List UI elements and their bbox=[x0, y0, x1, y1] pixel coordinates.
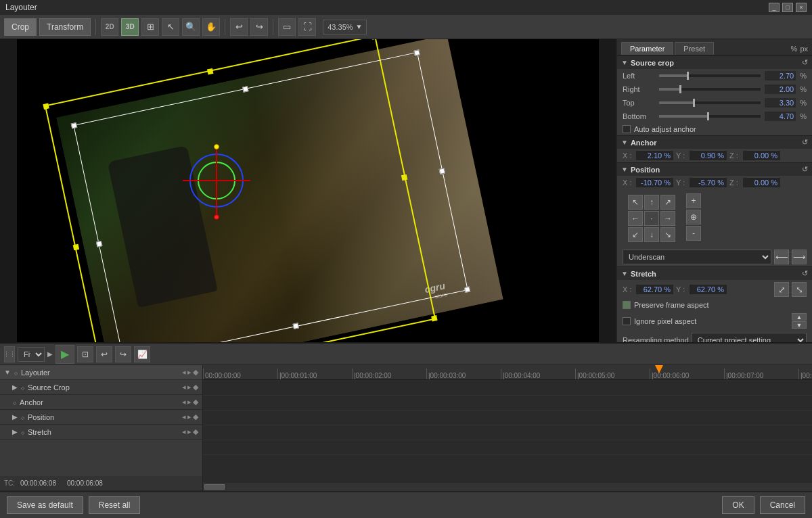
prev-frame-button[interactable]: ↩ bbox=[96, 346, 112, 362]
stretch-nav-key[interactable]: ◆ bbox=[193, 427, 198, 436]
dir-down[interactable]: ↓ bbox=[644, 227, 659, 242]
next-frame-button[interactable]: ↪ bbox=[115, 346, 131, 362]
stretch-expand-btn[interactable]: ⤢ bbox=[774, 282, 789, 297]
crop-tab[interactable]: Crop bbox=[4, 18, 37, 36]
title-bar-controls[interactable]: _ □ × bbox=[769, 3, 807, 12]
position-z-value[interactable]: 0.00 % bbox=[743, 178, 780, 187]
redo-button[interactable]: ↪ bbox=[250, 18, 268, 36]
close-button[interactable]: × bbox=[796, 3, 807, 12]
anchor-z-value[interactable]: 0.00 % bbox=[743, 151, 780, 160]
stretch-reset[interactable]: ↺ bbox=[802, 269, 808, 278]
left-value[interactable]: 2.70 bbox=[765, 71, 796, 80]
pixel-down-btn[interactable]: ▼ bbox=[792, 321, 807, 329]
fullscreen-button[interactable]: ⛶ bbox=[298, 18, 316, 36]
underscan-dropdown[interactable]: Underscan Overscan None bbox=[623, 250, 771, 264]
dir-left[interactable]: ← bbox=[628, 211, 643, 226]
cancel-button[interactable]: Cancel bbox=[760, 496, 805, 514]
parameter-tab[interactable]: Parameter bbox=[621, 42, 673, 55]
save-default-button[interactable]: Save as default bbox=[7, 496, 83, 514]
anchor-nav-key[interactable]: ◆ bbox=[193, 398, 198, 406]
position-nav-key[interactable]: ◆ bbox=[193, 413, 198, 421]
sourcecrop-nav-key[interactable]: ◆ bbox=[193, 383, 198, 392]
anchor-y-value[interactable]: 0.90 % bbox=[690, 151, 727, 160]
resampling-dropdown[interactable]: Current project setting bbox=[692, 333, 807, 342]
zoom-in-btn[interactable]: + bbox=[686, 193, 701, 208]
maximize-button[interactable]: □ bbox=[782, 3, 793, 12]
reset-all-button[interactable]: Reset all bbox=[89, 496, 141, 514]
position-expand[interactable]: ▶ bbox=[12, 413, 18, 421]
right-value[interactable]: 2.00 bbox=[765, 85, 796, 94]
position-reset[interactable]: ↺ bbox=[802, 165, 808, 174]
fit-arrow[interactable]: ▶ bbox=[47, 350, 53, 358]
layouter-nav-key[interactable]: ◆ bbox=[193, 368, 198, 377]
stretch-y-value[interactable]: 62.70 % bbox=[690, 285, 727, 294]
frame-button[interactable]: ▭ bbox=[278, 18, 296, 36]
dir-up[interactable]: ↑ bbox=[644, 195, 659, 210]
zoom-level[interactable]: 43.35% ▼ bbox=[323, 20, 367, 34]
3d-button[interactable]: 3D bbox=[121, 18, 139, 36]
minimize-button[interactable]: _ bbox=[769, 3, 780, 12]
source-crop-header[interactable]: ▼ Source crop ↺ bbox=[617, 55, 812, 69]
sourcecrop-nav-prev[interactable]: ◂ bbox=[182, 383, 186, 392]
fit-dropdown[interactable]: Fit bbox=[18, 347, 45, 362]
ok-button[interactable]: OK bbox=[722, 496, 754, 514]
anchor-nav-next[interactable]: ▸ bbox=[187, 398, 191, 406]
anchor-reset[interactable]: ↺ bbox=[802, 138, 808, 147]
stretch-collapse-btn[interactable]: ⤡ bbox=[792, 282, 807, 297]
top-slider[interactable] bbox=[659, 101, 761, 104]
stretch-nav-next[interactable]: ▸ bbox=[187, 427, 191, 436]
preserve-frame-checkbox[interactable] bbox=[623, 301, 631, 309]
auto-adjust-checkbox[interactable] bbox=[623, 125, 631, 133]
position-nav-prev[interactable]: ◂ bbox=[182, 413, 186, 421]
anchor-nav-prev[interactable]: ◂ bbox=[182, 398, 186, 406]
zoom-mid-btn[interactable]: ⊕ bbox=[686, 210, 701, 225]
scrollbar-thumb[interactable] bbox=[204, 484, 225, 490]
position-nav-next[interactable]: ▸ bbox=[187, 413, 191, 421]
transform-tab[interactable]: Transform bbox=[39, 18, 91, 36]
canvas-area[interactable]: cgru store bbox=[0, 39, 616, 342]
timeline-handle[interactable]: ⋮⋮ bbox=[4, 346, 15, 362]
bottom-slider[interactable] bbox=[659, 115, 761, 118]
underscan-btn1[interactable]: ⟵ bbox=[774, 250, 789, 264]
loop-button[interactable]: ⊡ bbox=[77, 346, 93, 362]
timeline-tracks[interactable]: 00:00:00:00 |00:00:01:00 |00:00:02:00 |0… bbox=[203, 365, 812, 491]
sourcecrop-expand[interactable]: ▶ bbox=[12, 383, 18, 391]
dir-bottomright[interactable]: ↘ bbox=[660, 227, 675, 242]
play-button[interactable]: ▶ bbox=[55, 345, 74, 364]
dir-topright[interactable]: ↗ bbox=[660, 195, 675, 210]
right-slider[interactable] bbox=[659, 88, 761, 91]
layouter-expand[interactable]: ▼ bbox=[4, 369, 11, 376]
dir-center[interactable]: · bbox=[644, 211, 659, 226]
select-tool[interactable]: ↖ bbox=[162, 18, 179, 36]
stretch-x-value[interactable]: 62.70 % bbox=[636, 285, 673, 294]
sourcecrop-nav-next[interactable]: ▸ bbox=[187, 383, 191, 392]
anchor-x-value[interactable]: 2.10 % bbox=[636, 151, 673, 160]
dir-bottomleft[interactable]: ↙ bbox=[628, 227, 643, 242]
position-y-value[interactable]: -5.70 % bbox=[690, 178, 727, 187]
position-header[interactable]: ▼ Position ↺ bbox=[617, 162, 812, 176]
stretch-expand[interactable]: ▶ bbox=[12, 428, 18, 435]
layouter-nav-next[interactable]: ▸ bbox=[187, 368, 191, 377]
zoom-out-btn[interactable]: - bbox=[686, 226, 701, 241]
graph-button[interactable]: 📈 bbox=[134, 346, 150, 362]
left-slider[interactable] bbox=[659, 74, 761, 77]
layouter-nav-prev[interactable]: ◂ bbox=[182, 368, 186, 377]
bottom-value[interactable]: 4.70 bbox=[765, 112, 796, 121]
stretch-nav-prev[interactable]: ◂ bbox=[182, 427, 186, 436]
preset-tab[interactable]: Preset bbox=[675, 42, 714, 55]
hand-tool[interactable]: ✋ bbox=[202, 18, 220, 36]
2d-button[interactable]: 2D bbox=[101, 18, 118, 36]
pixel-up-btn[interactable]: ▲ bbox=[792, 313, 807, 321]
zoom-tool[interactable]: 🔍 bbox=[182, 18, 200, 36]
dir-right[interactable]: → bbox=[660, 211, 675, 226]
stretch-header[interactable]: ▼ Stretch ↺ bbox=[617, 266, 812, 280]
grid-button[interactable]: ⊞ bbox=[141, 18, 159, 36]
top-value[interactable]: 3.30 bbox=[765, 98, 796, 108]
timeline-scrollbar[interactable] bbox=[203, 483, 812, 491]
position-x-value[interactable]: -10.70 % bbox=[636, 178, 673, 187]
underscan-btn2[interactable]: ⟶ bbox=[792, 250, 807, 264]
ignore-pixel-checkbox[interactable] bbox=[623, 317, 631, 325]
source-crop-reset[interactable]: ↺ bbox=[802, 58, 808, 67]
undo-button[interactable]: ↩ bbox=[230, 18, 248, 36]
anchor-header[interactable]: ▼ Anchor ↺ bbox=[617, 135, 812, 149]
